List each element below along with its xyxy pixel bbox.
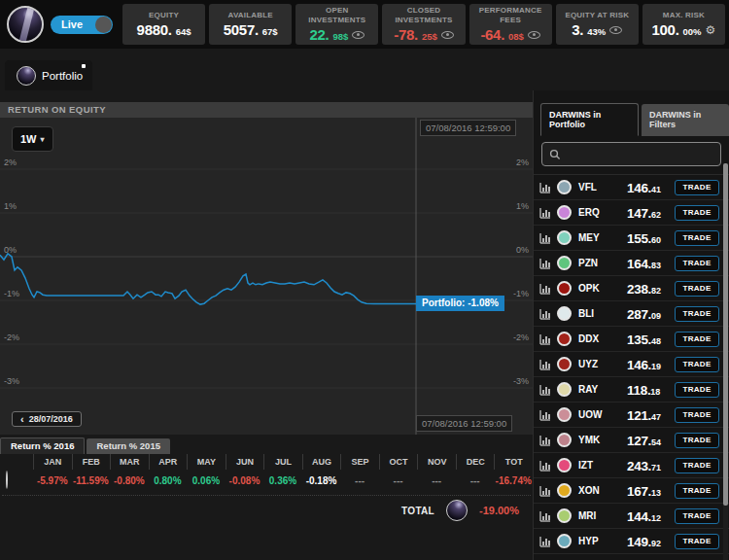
bar-chart-icon[interactable] xyxy=(539,283,551,295)
stat-box-performance-fees: PERFORMANCE FEES-64.08$ xyxy=(469,4,552,45)
trade-button[interactable]: TRADE xyxy=(675,230,719,246)
value-decimals: 67$ xyxy=(262,26,278,37)
bar-chart-icon[interactable] xyxy=(539,258,551,269)
value-integer: 287. xyxy=(627,307,651,322)
darwin-row-opk[interactable]: OPK238.82TRADE xyxy=(534,276,729,301)
gear-icon[interactable]: ⚙ xyxy=(706,26,716,34)
months-header-spacer xyxy=(0,459,33,465)
stat-box-equity: EQUITY9880.64$ xyxy=(122,4,205,45)
tab-return-2016[interactable]: Return % 2016 xyxy=(0,438,85,454)
bar-chart-icon[interactable] xyxy=(539,333,551,345)
value-decimals: 18 xyxy=(650,387,660,397)
tab-darwins-in-portfolio[interactable]: DARWINS in Portfolio xyxy=(540,103,639,136)
darwin-row-ymk[interactable]: YMK127.54TRADE xyxy=(534,428,729,453)
value-integer: 164. xyxy=(627,257,651,271)
bar-chart-icon[interactable] xyxy=(539,232,551,244)
search-input[interactable] xyxy=(566,149,712,160)
trade-button[interactable]: TRADE xyxy=(675,407,719,423)
bar-chart-icon[interactable] xyxy=(539,359,551,370)
darwin-row-erq[interactable]: ERQ147.62TRADE xyxy=(534,200,729,226)
trade-button[interactable]: TRADE xyxy=(675,332,719,347)
trade-button[interactable]: TRADE xyxy=(675,483,719,499)
tab-darwins-in-filters[interactable]: DARWINS in Filters xyxy=(642,104,729,136)
darwin-ticker: RAY xyxy=(578,384,613,395)
trade-button[interactable]: TRADE xyxy=(675,281,719,297)
darwin-ticker: HYP xyxy=(578,536,613,546)
portfolio-row-avatar[interactable] xyxy=(6,471,8,489)
live-toggle[interactable]: Live xyxy=(51,16,113,34)
month-header-nov: NOV xyxy=(417,454,456,470)
value-decimals: 48 xyxy=(651,336,661,346)
chart-date-back-button[interactable]: ‹ 28/07/2016 xyxy=(12,411,82,427)
bar-chart-icon[interactable] xyxy=(539,536,551,547)
bar-chart-icon[interactable] xyxy=(539,409,551,421)
scrollbar-thumb[interactable] xyxy=(723,163,728,506)
trade-button[interactable]: TRADE xyxy=(675,458,719,473)
value-integer: 22. xyxy=(309,26,329,43)
eye-icon[interactable] xyxy=(441,31,454,39)
darwin-search-box xyxy=(541,142,721,166)
value-integer: 118. xyxy=(627,383,650,398)
main-column: RETURN ON EQUITY 2%2%1%1%0%0%-1%-1%-2%-2… xyxy=(0,90,533,560)
darwin-row-ray[interactable]: RAY118.18TRADE xyxy=(534,377,729,402)
darwin-ticker: MRI xyxy=(578,510,613,521)
value-decimals: 82 xyxy=(651,286,661,296)
bar-chart-icon[interactable] xyxy=(539,384,551,396)
crosshair-date-top: 07/08/2016 12:59:00 xyxy=(420,120,516,136)
bar-chart-icon[interactable] xyxy=(539,182,551,193)
darwin-color-avatar xyxy=(557,180,572,194)
bar-chart-icon[interactable] xyxy=(539,510,551,522)
value-integer: 238. xyxy=(627,282,651,297)
darwin-price: 287.09 xyxy=(613,305,669,323)
eye-icon[interactable] xyxy=(528,31,540,39)
trade-button[interactable]: TRADE xyxy=(675,256,719,271)
darwin-row-hyp[interactable]: HYP149.92TRADE xyxy=(534,529,729,554)
value-decimals: 92 xyxy=(651,539,661,548)
darwin-row-xon[interactable]: XON167.13TRADE xyxy=(534,478,729,504)
darwin-row-vfl[interactable]: VFL146.41TRADE xyxy=(534,175,729,200)
value-integer: 149. xyxy=(627,535,651,549)
month-value-jan: -5.97% xyxy=(33,475,72,486)
stat-label: EQUITY AT RISK xyxy=(565,11,629,20)
darwin-row-uow[interactable]: UOW121.47TRADE xyxy=(534,402,729,428)
trade-button[interactable]: TRADE xyxy=(675,433,719,448)
darwins-panel-tabs: DARWINS in Portfolio DARWINS in Filters xyxy=(534,103,729,136)
darwin-color-avatar xyxy=(557,382,572,397)
bar-chart-icon[interactable] xyxy=(539,460,551,472)
eye-icon[interactable] xyxy=(352,31,364,39)
month-header-sep: SEP xyxy=(340,454,379,470)
months-value-row: -5.97%-11.59%-0.80%0.80%0.06%-0.08%0.36%… xyxy=(0,470,533,495)
eye-icon[interactable] xyxy=(609,26,622,34)
month-header-aug: AUG xyxy=(302,454,341,470)
trade-button[interactable]: TRADE xyxy=(675,357,719,372)
darwin-price: 127.54 xyxy=(613,432,669,449)
trade-button[interactable]: TRADE xyxy=(675,382,719,398)
chart-canvas[interactable]: 2%2%1%1%0%0%-1%-1%-2%-2%-3%-3% 1W ▾ 07/0… xyxy=(0,118,533,435)
trade-button[interactable]: TRADE xyxy=(675,306,719,322)
bar-chart-icon[interactable] xyxy=(539,308,551,320)
trade-button[interactable]: TRADE xyxy=(675,534,719,549)
bar-chart-icon[interactable] xyxy=(539,207,551,219)
darwin-row-izt[interactable]: IZT243.71TRADE xyxy=(534,453,729,478)
trade-button[interactable]: TRADE xyxy=(675,205,719,221)
darwin-row-ddx[interactable]: DDX135.48TRADE xyxy=(534,327,729,352)
range-selector-button[interactable]: 1W ▾ xyxy=(12,126,53,152)
tab-portfolio[interactable]: Portfolio xyxy=(5,60,92,90)
bar-chart-icon[interactable] xyxy=(539,485,551,497)
darwin-color-avatar xyxy=(557,306,572,321)
user-avatar[interactable] xyxy=(7,6,44,43)
darwin-row-pzn[interactable]: PZN164.83TRADE xyxy=(534,251,729,276)
tab-return-2015[interactable]: Return % 2015 xyxy=(87,438,169,454)
value-integer: -78. xyxy=(394,26,418,43)
trade-button[interactable]: TRADE xyxy=(675,508,719,524)
darwin-ticker: PZN xyxy=(578,258,613,268)
darwin-row-bli[interactable]: BLI287.09TRADE xyxy=(534,301,729,327)
value-integer: 144. xyxy=(627,509,651,524)
stat-label: OPEN INVESTMENTS xyxy=(299,6,374,25)
stat-value: 22.98$ xyxy=(309,26,364,43)
bar-chart-icon[interactable] xyxy=(539,435,551,446)
darwin-row-uyz[interactable]: UYZ146.19TRADE xyxy=(534,352,729,377)
darwin-row-mey[interactable]: MEY155.60TRADE xyxy=(534,226,729,251)
trade-button[interactable]: TRADE xyxy=(675,180,719,195)
darwin-row-mri[interactable]: MRI144.12TRADE xyxy=(534,504,729,529)
